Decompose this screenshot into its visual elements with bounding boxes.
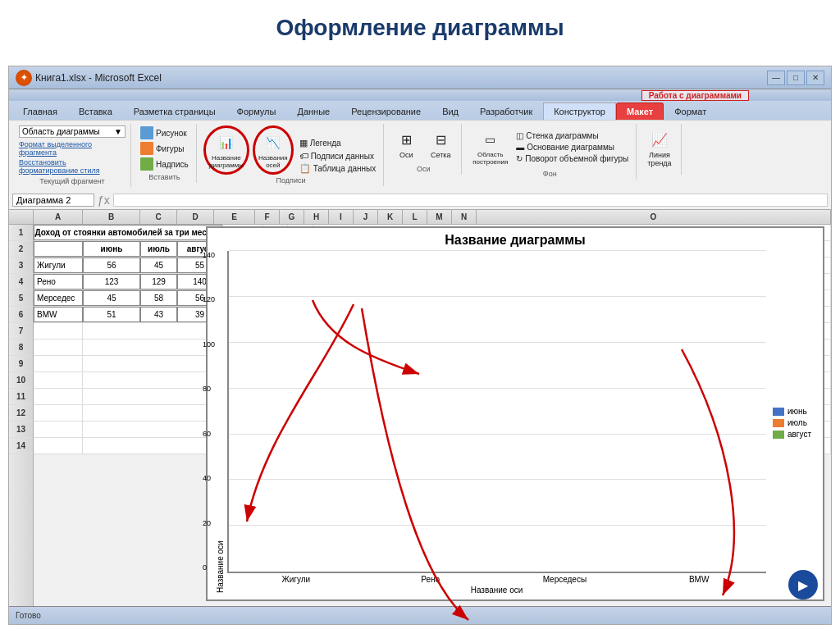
cell-b6[interactable]: 51 xyxy=(83,307,140,322)
tab-formulas[interactable]: Формулы xyxy=(226,103,287,120)
area-dropdown[interactable]: Область диаграммы ▼ xyxy=(19,125,126,138)
cell-a1[interactable]: Доход от стоянки автомобилей за три меся… xyxy=(34,225,222,240)
floor-label: Основание диаграммы xyxy=(527,143,614,152)
tab-page-layout[interactable]: Разметка страницы xyxy=(123,103,226,120)
tab-view[interactable]: Вид xyxy=(431,103,469,120)
bars-container xyxy=(229,251,766,572)
chart-title-button[interactable]: 📊 Названиедиаграммы xyxy=(203,125,249,175)
row-header-1: 1 xyxy=(9,225,33,241)
cell-a11[interactable] xyxy=(34,389,83,404)
x-label-bmw: BMW xyxy=(632,575,766,584)
legend-color-june xyxy=(773,408,784,416)
minimize-button[interactable]: — xyxy=(767,71,785,85)
picture-icon xyxy=(140,126,153,139)
column-headers: A B C D E F G H I J K L M N O xyxy=(9,210,831,225)
grid-line-80 xyxy=(229,388,766,389)
name-box[interactable] xyxy=(12,194,94,207)
plot-area-label: Областьпостроения xyxy=(472,151,508,166)
restore-format-button[interactable]: Восстановить форматирование стиля xyxy=(19,157,126,175)
group-label-insert: Вставить xyxy=(148,173,180,181)
cell-c4[interactable]: 129 xyxy=(140,274,177,289)
cell-b4[interactable]: 123 xyxy=(83,274,140,289)
formula-bar-separator: ƒx xyxy=(98,194,110,207)
insert-shapes-button[interactable]: Фигуры xyxy=(138,141,191,156)
cell-a13[interactable] xyxy=(34,422,83,437)
cell-a14[interactable] xyxy=(34,438,83,454)
title-bar: ✦ Книга1.xlsx - Microsoft Excel — □ ✕ xyxy=(9,66,831,89)
data-table-label: Таблица данных xyxy=(313,164,377,173)
cell-a4[interactable]: Рено xyxy=(34,274,83,289)
formula-input[interactable] xyxy=(113,194,828,207)
wall-button[interactable]: ◫ Стенка диаграммы xyxy=(514,130,631,141)
insert-picture-label: Рисунок xyxy=(156,129,187,138)
row-header-2: 2 xyxy=(9,241,33,258)
rotation-icon: ↻ xyxy=(516,154,523,163)
y-axis-label: Название оси xyxy=(212,251,227,595)
cell-a2[interactable] xyxy=(34,241,83,257)
grid-line-20 xyxy=(229,525,766,526)
cell-c6[interactable]: 43 xyxy=(140,307,177,322)
trendline-button[interactable]: 📈 Линиятренда xyxy=(643,125,675,170)
cell-c3[interactable]: 45 xyxy=(140,258,177,273)
tab-developer[interactable]: Разработчик xyxy=(469,103,543,120)
tab-home[interactable]: Главная xyxy=(12,103,68,120)
row-header-11: 11 xyxy=(9,389,33,405)
x-label-zhiguli: Жигули xyxy=(229,575,363,584)
rotation-button[interactable]: ↻ Поворот объемной фигуры xyxy=(514,153,631,164)
data-labels-label: Подписи данных xyxy=(311,152,374,161)
cell-b2[interactable]: июнь xyxy=(83,241,140,257)
col-header-m: M xyxy=(427,210,452,224)
axis-titles-button[interactable]: 📉 Названияосей xyxy=(253,125,294,175)
ribbon-group-analysis: 📈 Линиятренда xyxy=(638,124,681,175)
data-labels-icon: 🏷 xyxy=(299,151,308,161)
floor-button[interactable]: ▬ Основание диаграммы xyxy=(514,142,631,153)
col-header-b: B xyxy=(83,210,140,224)
nav-next-button[interactable]: ▶ xyxy=(788,570,818,599)
tab-constructor[interactable]: Конструктор xyxy=(543,103,616,120)
col-header-i: I xyxy=(329,210,354,224)
legend-color-aug xyxy=(773,431,784,439)
chart-area[interactable]: Название диаграммы Название оси 0 20 40 … xyxy=(206,226,824,601)
area-dropdown-label: Область диаграммы xyxy=(22,127,100,136)
close-button[interactable]: ✕ xyxy=(806,71,824,85)
legend-label-july: июль xyxy=(788,418,807,427)
cell-a9[interactable] xyxy=(34,356,83,371)
tab-insert[interactable]: Вставка xyxy=(68,103,123,120)
cell-c2[interactable]: июль xyxy=(140,241,177,257)
data-labels-button[interactable]: 🏷 Подписи данных xyxy=(297,150,379,162)
plot-area-button[interactable]: ▭ Областьпостроения xyxy=(468,125,512,168)
row-header-6: 6 xyxy=(9,307,33,323)
chart-plot: 0 20 40 60 80 100 120 140 xyxy=(227,251,766,573)
cell-a5[interactable]: Мерседес xyxy=(34,290,83,306)
ribbon-group-current-fragment: Область диаграммы ▼ Формат выделенного ф… xyxy=(14,124,131,187)
ribbon-tabs: Главная Вставка Разметка страницы Формул… xyxy=(9,101,831,120)
cell-b5[interactable]: 45 xyxy=(83,290,140,306)
col-header-a: A xyxy=(34,210,83,224)
cell-a3[interactable]: Жигули xyxy=(34,258,83,273)
tab-layout[interactable]: Макет xyxy=(616,103,664,120)
axes-button[interactable]: ⊞ Оси xyxy=(390,125,422,162)
data-table-button[interactable]: 📋 Таблица данных xyxy=(297,162,379,175)
format-fragment-button[interactable]: Формат выделенного фрагмента xyxy=(19,139,126,157)
tab-format[interactable]: Формат xyxy=(664,103,717,120)
insert-picture-button[interactable]: Рисунок xyxy=(138,125,191,140)
shapes-icon xyxy=(140,142,153,155)
tab-data[interactable]: Данные xyxy=(286,103,340,120)
cell-a7[interactable] xyxy=(34,323,83,339)
legend-button[interactable]: ▦ Легенда xyxy=(297,137,379,149)
data-table-icon: 📋 xyxy=(299,163,311,174)
trendline-label: Линиятренда xyxy=(647,151,671,167)
cell-a10[interactable] xyxy=(34,372,83,388)
cell-a12[interactable] xyxy=(34,405,83,421)
cell-a6[interactable]: BMW xyxy=(34,307,83,322)
group-label-labels: Подписи xyxy=(276,176,306,185)
row-header-14: 14 xyxy=(9,438,33,454)
grid-button[interactable]: ⊟ Сетка xyxy=(425,125,456,162)
cell-b3[interactable]: 56 xyxy=(83,258,140,273)
insert-text-button[interactable]: Надпись xyxy=(138,157,191,171)
row-header-10: 10 xyxy=(9,372,33,389)
cell-a8[interactable] xyxy=(34,340,83,355)
maximize-button[interactable]: □ xyxy=(787,71,805,85)
cell-c5[interactable]: 58 xyxy=(140,290,177,306)
tab-review[interactable]: Рецензирование xyxy=(340,103,431,120)
